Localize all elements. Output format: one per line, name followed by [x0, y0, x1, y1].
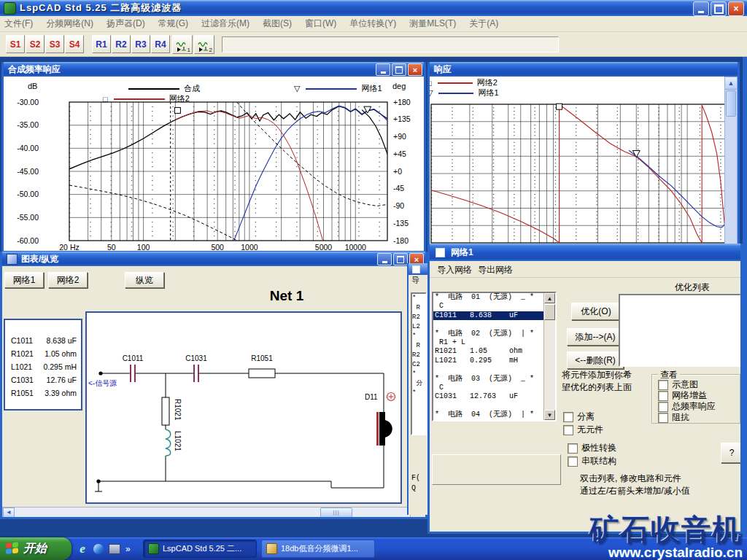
messenger-icon[interactable] [92, 542, 105, 556]
menu-item-7[interactable]: 单位转换(Y) [349, 18, 396, 30]
window-titlebar[interactable]: 网络1 [430, 244, 740, 261]
circuit-list-fragment[interactable]: * RR2L2* RR2C2* 分* [411, 292, 427, 435]
menu-item-4[interactable]: 过滤音乐(M) [201, 18, 249, 30]
list-item[interactable]: * 电路 04 (无源) | * [433, 411, 544, 419]
start-button[interactable]: 开始 [0, 537, 71, 560]
toolbar-button-R1[interactable]: R1 [92, 35, 111, 53]
list-item[interactable] [433, 402, 544, 411]
signal-source-2-button[interactable]: 2 [194, 35, 214, 54]
horizontal-scrollbar[interactable]: ◄ ||| [2, 507, 411, 517]
list-item[interactable]: C [433, 384, 544, 392]
close-icon[interactable]: × [408, 63, 422, 76]
menu-item-6[interactable]: 窗口(W) [305, 18, 336, 30]
optimize-button[interactable]: 优化(O) [571, 303, 621, 320]
list-item[interactable]: C1031 12.763 uF [433, 392, 544, 401]
list-item-fragment: R2 [412, 313, 425, 322]
close-button[interactable]: × [728, 1, 744, 16]
list-item[interactable]: R1021 1.05 ohm [433, 347, 544, 356]
scroll-up-icon[interactable]: ▲ [544, 293, 555, 303]
toolbar-button-S1[interactable]: S1 [6, 35, 25, 53]
toolbar-button-R3[interactable]: R3 [131, 35, 150, 53]
list-item[interactable]: * 电路 03 (无源) _ * [433, 375, 544, 384]
menu-item-5[interactable]: 截图(S) [263, 18, 292, 30]
checkbox-icon[interactable] [563, 412, 573, 422]
window-titlebar[interactable]: 合成频率响应 × [4, 62, 424, 77]
view-groupbox: 查看 示意图网络增益总频率响应阻抗 [651, 374, 740, 424]
view-checkbox-3[interactable]: 阻抗 [658, 412, 716, 423]
add-button[interactable]: 添加-->(A) [567, 328, 624, 346]
taskbar-item-document[interactable]: 18db低音分频微调1... [261, 540, 375, 558]
svg-text:+90: +90 [393, 132, 406, 141]
list-item[interactable]: * 电路 01 (无源) _ * [433, 293, 544, 302]
minimize-button[interactable] [377, 253, 392, 265]
circuit-listbox[interactable]: * 电路 01 (无源) _ * CC1011 8.638 uF* 电路 02 … [432, 292, 557, 421]
component-row: L10210.295 mH [5, 362, 81, 376]
menu-item-0[interactable]: 文件(F) [4, 18, 33, 30]
legend-composite: 合成 [124, 83, 200, 94]
checkbox-0[interactable]: 分离 [563, 411, 595, 423]
checkbox-icon[interactable] [568, 443, 578, 454]
checkbox-icon[interactable] [658, 402, 668, 412]
scrollbar-thumb[interactable] [726, 90, 736, 117]
internet-explorer-icon[interactable]: e [76, 542, 89, 556]
vertical-scrollbar[interactable]: ▲ [724, 77, 738, 251]
list-item[interactable]: L1021 0.295 mH [433, 357, 544, 365]
tab-button-0[interactable]: 网络1 [4, 272, 44, 288]
scrollbar-thumb[interactable] [544, 304, 555, 320]
view-checkbox-1[interactable]: 网络增益 [658, 390, 716, 401]
tab-button-1[interactable]: 网络2 [48, 272, 88, 288]
tab-button-2[interactable]: 纵览 [125, 272, 164, 288]
menu-item-9[interactable]: 关于(A) [469, 18, 498, 30]
scroll-up-icon[interactable]: ▲ [725, 77, 737, 90]
toolbar-button-R4[interactable]: R4 [151, 35, 170, 53]
chevron-more-icon[interactable]: » [125, 544, 131, 554]
list-item-selected[interactable]: C1011 8.638 uF [433, 311, 544, 320]
structure-checkbox-1[interactable]: 串联结构 [568, 455, 616, 467]
checkbox-icon[interactable] [563, 425, 573, 435]
optimize-listbox[interactable] [619, 294, 740, 367]
desktop-icon[interactable] [108, 542, 121, 556]
maximize-button[interactable] [392, 63, 406, 76]
checkbox-icon[interactable] [658, 391, 668, 401]
toolbar-button-R2[interactable]: R2 [112, 35, 131, 53]
checkbox-icon[interactable] [658, 380, 668, 390]
window-titlebar[interactable]: 响应 [430, 62, 738, 77]
menu-item-3[interactable]: 常规(G) [158, 18, 188, 30]
window-titlebar[interactable] [409, 263, 429, 275]
view-checkbox-0[interactable]: 示意图 [658, 379, 716, 390]
checkbox-icon[interactable] [658, 413, 668, 423]
help-button[interactable]: ? [721, 443, 740, 463]
maximize-button[interactable] [711, 1, 727, 16]
menu-item-2[interactable]: 扬声器(D) [107, 18, 145, 30]
taskbar-item-lspcad[interactable]: LspCAD Std 5.25 二... [143, 540, 257, 558]
toolbar-button-S4[interactable]: S4 [65, 35, 84, 53]
scroll-down-icon[interactable]: ▼ [544, 410, 555, 420]
listbox-scrollbar[interactable]: ▲ ▼ [543, 293, 555, 420]
list-item[interactable]: * 电路 02 (无源) | * [433, 330, 544, 338]
menu-export-network[interactable]: 导出网络 [478, 264, 513, 276]
menu-item-1[interactable]: 分频网络(N) [46, 18, 93, 30]
checkbox-icon[interactable] [568, 456, 578, 467]
legend-line [128, 88, 179, 90]
toolbar-button-S3[interactable]: S3 [45, 35, 64, 53]
list-item[interactable]: C [433, 302, 544, 311]
checkbox-1[interactable]: 无元件 [563, 424, 603, 436]
list-item[interactable] [433, 365, 544, 374]
scrollbar-thumb[interactable]: ||| [320, 508, 352, 517]
remove-button[interactable]: <--删除(R) [567, 351, 624, 369]
scroll-left-icon[interactable]: ◄ [3, 508, 15, 517]
menu-import-network[interactable]: 导入网络 [437, 264, 472, 276]
structure-checkbox-0[interactable]: 极性转换 [568, 442, 616, 454]
minimize-button[interactable] [376, 63, 390, 76]
toolbar-button-S2[interactable]: S2 [26, 35, 44, 53]
minimize-button[interactable] [693, 1, 709, 16]
signal-source-1-button[interactable]: 1 [172, 35, 193, 54]
maximize-button[interactable] [393, 253, 408, 265]
list-item[interactable]: R1 + L [433, 338, 544, 347]
window-titlebar[interactable]: 图表/纵览 × [2, 252, 425, 266]
menu-item-8[interactable]: 测量MLS(T) [409, 18, 456, 30]
list-item[interactable] [433, 320, 544, 329]
menu-fragment[interactable]: 导 [409, 275, 429, 287]
view-checkbox-2[interactable]: 总频率响应 [658, 401, 716, 412]
svg-text:-35.00: -35.00 [17, 120, 39, 129]
